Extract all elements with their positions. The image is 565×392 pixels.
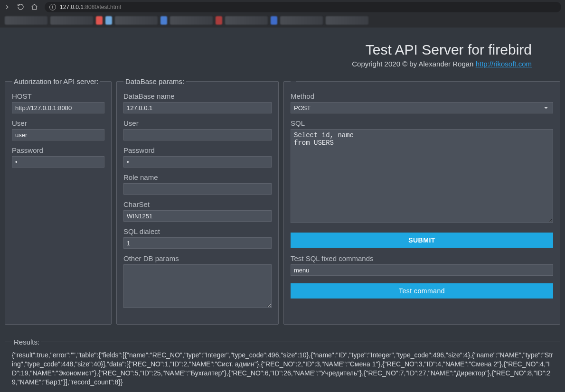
home-icon[interactable] bbox=[31, 3, 38, 10]
dbname-input[interactable] bbox=[123, 102, 272, 113]
sql-panel: Method POST SQL SUBMIT Test SQL fixed co… bbox=[283, 77, 560, 325]
db-panel: DataBase params: DataBase name User Pass… bbox=[116, 77, 279, 325]
submit-button[interactable]: SUBMIT bbox=[291, 233, 553, 248]
fixed-commands-label: Test SQL fixed commands bbox=[291, 254, 553, 262]
db-user-input[interactable] bbox=[123, 129, 272, 140]
test-command-button[interactable]: Test command bbox=[291, 283, 553, 299]
sql-label: SQL bbox=[291, 119, 553, 127]
fixed-commands-input[interactable] bbox=[291, 264, 553, 276]
copyright-text: Copyright 2020 © by Alexander Rogan bbox=[352, 60, 475, 68]
site-info-icon[interactable]: i bbox=[49, 4, 56, 10]
auth-password-label: Password bbox=[12, 146, 104, 154]
role-input[interactable] bbox=[123, 183, 272, 195]
db-user-label: User bbox=[123, 119, 272, 127]
auth-legend: Autorization for API server: bbox=[12, 77, 100, 85]
host-input[interactable] bbox=[12, 102, 104, 113]
author-link[interactable]: http://rikosoft.com bbox=[476, 60, 532, 68]
other-params-label: Other DB params bbox=[123, 254, 272, 262]
sql-textarea[interactable] bbox=[291, 129, 553, 223]
db-password-input[interactable] bbox=[123, 156, 272, 168]
dialect-input[interactable] bbox=[123, 237, 272, 249]
method-select[interactable]: POST bbox=[291, 102, 553, 113]
forward-icon[interactable] bbox=[4, 4, 10, 10]
method-label: Method bbox=[291, 92, 553, 100]
auth-panel: Autorization for API server: HOST User P… bbox=[5, 77, 112, 325]
browser-toolbar: i 127.0.0.1:8080/test.html bbox=[0, 0, 565, 14]
page-title: Test API Server for firebird bbox=[5, 42, 532, 58]
results-legend: Results: bbox=[12, 338, 41, 346]
bookmarks-bar bbox=[0, 14, 565, 28]
host-label: HOST bbox=[12, 92, 104, 100]
dbname-label: DataBase name bbox=[123, 92, 272, 100]
auth-user-input[interactable] bbox=[12, 129, 104, 140]
charset-label: CharSet bbox=[123, 200, 272, 208]
other-params-textarea[interactable] bbox=[123, 264, 272, 308]
address-bar[interactable]: i 127.0.0.1:8080/test.html bbox=[45, 2, 561, 12]
results-body: {"result":true,"error":"","table":{"fiel… bbox=[12, 351, 553, 387]
auth-password-input[interactable] bbox=[12, 156, 104, 168]
dialect-label: SQL dialect bbox=[123, 227, 272, 235]
page-header: Test API Server for firebird Copyright 2… bbox=[5, 32, 560, 77]
url-text: 127.0.0.1:8080/test.html bbox=[60, 4, 121, 10]
results-panel: Results: {"result":true,"error":"","tabl… bbox=[5, 338, 560, 392]
db-legend: DataBase params: bbox=[123, 77, 186, 85]
role-label: Role name bbox=[123, 173, 272, 181]
db-password-label: Password bbox=[123, 146, 272, 154]
auth-user-label: User bbox=[12, 119, 104, 127]
reload-icon[interactable] bbox=[17, 3, 24, 10]
charset-input[interactable] bbox=[123, 210, 272, 222]
